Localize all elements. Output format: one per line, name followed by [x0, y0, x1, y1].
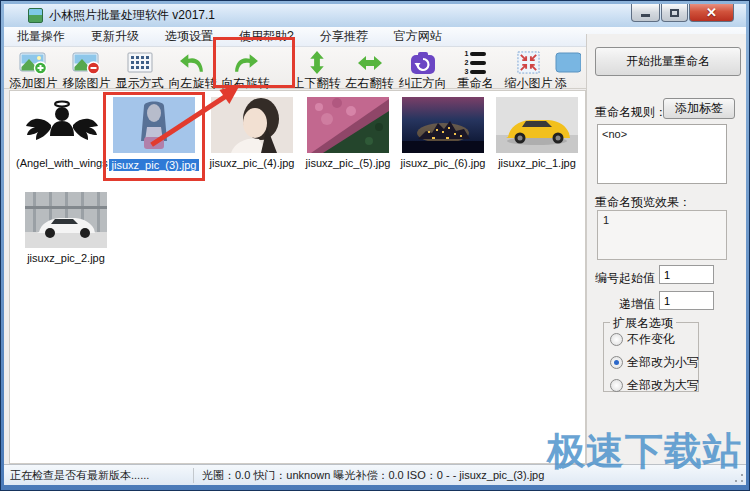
app-icon: [28, 8, 43, 23]
thumbnail-filename: (Angel_with_wings_a...: [16, 157, 108, 169]
shrink-image-button[interactable]: 缩小图片: [502, 49, 555, 92]
radio-no-change[interactable]: 不作变化: [610, 331, 675, 348]
list-item[interactable]: jisuxz_pic_1.jpg: [491, 97, 583, 169]
rename-panel: 开始批量重命名 重命名规则： 添加标签 <no> 重命名预览效果： 1 编号起始…: [586, 34, 746, 464]
start-number-input[interactable]: [659, 265, 714, 284]
radio-label: 不作变化: [627, 331, 675, 348]
add-image-icon: [19, 50, 48, 75]
menu-item-help[interactable]: 使用帮助?: [226, 26, 307, 47]
rotate-left-icon: [179, 50, 206, 75]
minimize-icon: [641, 14, 650, 17]
list-item[interactable]: jisuxz_pic_(6).jpg: [397, 97, 489, 169]
window-title: 小林照片批量处理软件 v2017.1: [49, 7, 215, 24]
thumbnail-pic3-image: [113, 97, 195, 153]
close-icon: ✕: [706, 6, 717, 19]
display-mode-icon: [127, 50, 153, 75]
rename-preview-box: 1: [597, 210, 727, 260]
start-batch-rename-button[interactable]: 开始批量重命名: [595, 47, 741, 76]
thumbnail-car-yellow-image: [496, 97, 578, 153]
shrink-image-icon: [517, 50, 540, 75]
window-controls: ✕: [630, 4, 734, 22]
rotate-right-button[interactable]: 向右旋转: [219, 49, 272, 92]
thumbnail-filename: jisuxz_pic_(4).jpg: [206, 157, 298, 169]
app-window: 小林照片批量处理软件 v2017.1 ✕ 批量操作 更新升级 选项设置 使用帮助…: [0, 0, 750, 491]
thumbnail-angel-image: [21, 97, 103, 153]
menu-item-update[interactable]: 更新升级: [78, 26, 152, 47]
radio-icon-checked[interactable]: [610, 356, 623, 369]
list-item[interactable]: (Angel_with_wings_a...: [16, 97, 108, 169]
rename-rule-input[interactable]: <no>: [597, 124, 727, 184]
radio-lowercase[interactable]: 全部改为小写: [610, 354, 699, 371]
thumbnail-filename: jisuxz_pic_2.jpg: [20, 252, 112, 264]
add-tag-button[interactable]: 添加标签: [663, 98, 735, 119]
maximize-icon: [670, 9, 679, 17]
image-list-area[interactable]: (Angel_with_wings_a... jisuxz_pic_(3).jp…: [9, 90, 586, 464]
radio-icon[interactable]: [610, 333, 623, 346]
radio-label: 全部改为大写: [627, 377, 699, 394]
menu-item-options[interactable]: 选项设置: [152, 26, 226, 47]
rename-button[interactable]: 1 2 3 重命名: [449, 49, 502, 92]
extension-options-group: 扩展名选项 不作变化 全部改为小写 全部改为大写: [603, 322, 699, 392]
thumbnail-car-white-image: [25, 192, 107, 248]
flip-vertical-button[interactable]: 上下翻转: [290, 49, 343, 92]
extension-options-label: 扩展名选项: [610, 315, 676, 332]
thumbnail-filename: jisuxz_pic_(5).jpg: [302, 157, 394, 169]
clipped-icon: [555, 50, 581, 75]
maximize-button[interactable]: [661, 4, 688, 22]
thumbnail-filename: jisuxz_pic_(3).jpg: [109, 159, 200, 171]
status-update-check: 正在检查是否有最新版本......: [4, 468, 194, 483]
rename-rule-label: 重命名规则：: [595, 104, 667, 121]
window-frame: 小林照片批量处理软件 v2017.1 ✕ 批量操作 更新升级 选项设置 使用帮助…: [4, 4, 746, 485]
radio-icon[interactable]: [610, 379, 623, 392]
resize-grip-icon[interactable]: [734, 473, 744, 483]
flip-horizontal-button[interactable]: 左右翻转: [343, 49, 396, 92]
title-bar: 小林照片批量处理软件 v2017.1 ✕: [4, 4, 746, 27]
rotate-left-button[interactable]: 向左旋转: [166, 49, 219, 92]
thumbnail-pic4-image: [211, 97, 293, 153]
increment-input[interactable]: [659, 291, 714, 310]
menu-item-batch[interactable]: 批量操作: [4, 26, 78, 47]
rotate-right-icon: [232, 50, 259, 75]
flip-horizontal-icon: [357, 50, 383, 75]
list-item[interactable]: jisuxz_pic_2.jpg: [20, 192, 112, 264]
rename-icon: 1 2 3: [465, 50, 487, 75]
fix-orientation-icon: [410, 50, 436, 75]
list-item-selected[interactable]: jisuxz_pic_(3).jpg: [108, 97, 200, 175]
minimize-button[interactable]: [631, 4, 660, 22]
radio-label: 全部改为小写: [627, 354, 699, 371]
status-exif-info: 光圈：0.0 快门：unknown 曝光补偿：0.0 ISO：0 - - jis…: [194, 468, 552, 483]
remove-image-icon: [72, 50, 101, 75]
start-number-label: 编号起始值：: [595, 270, 667, 287]
clipped-toolbar-button[interactable]: 添: [555, 49, 581, 92]
list-item[interactable]: jisuxz_pic_(4).jpg: [206, 97, 298, 169]
close-button[interactable]: ✕: [689, 4, 734, 22]
rename-preview-label: 重命名预览效果：: [595, 194, 691, 211]
thumbnail-pic5-image: [307, 97, 389, 153]
status-bar: 正在检查是否有最新版本...... 光圈：0.0 快门：unknown 曝光补偿…: [4, 464, 746, 485]
radio-uppercase[interactable]: 全部改为大写: [610, 377, 699, 394]
thumbnail-pic6-image: [402, 97, 484, 153]
thumbnail-filename: jisuxz_pic_(6).jpg: [397, 157, 489, 169]
menu-item-website[interactable]: 官方网站: [381, 26, 455, 47]
thumbnail-filename: jisuxz_pic_1.jpg: [491, 157, 583, 169]
display-mode-button[interactable]: 显示方式: [113, 49, 166, 92]
remove-image-button[interactable]: 移除图片: [60, 49, 113, 92]
fix-orientation-button[interactable]: 纠正方向: [396, 49, 449, 92]
menu-item-share[interactable]: 分享推荐: [307, 26, 381, 47]
list-item[interactable]: jisuxz_pic_(5).jpg: [302, 97, 394, 169]
flip-vertical-icon: [308, 50, 326, 75]
add-image-button[interactable]: 添加图片: [7, 49, 60, 92]
